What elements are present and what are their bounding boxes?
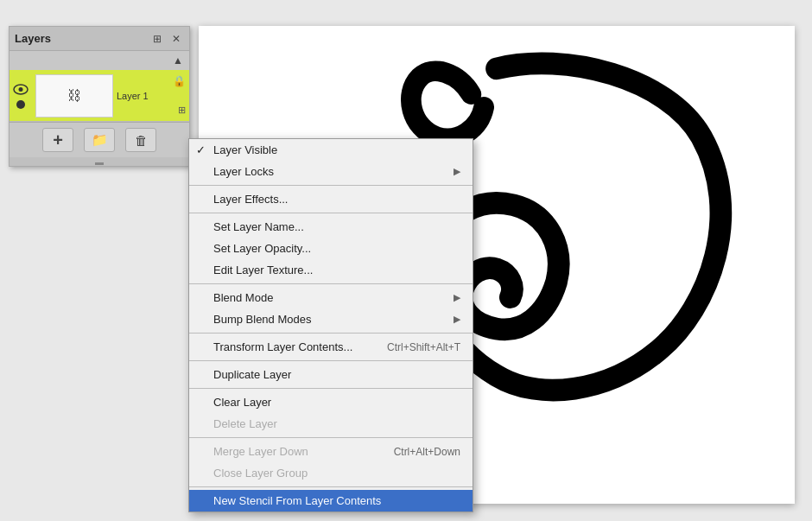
submenu-arrow-icon: ▶ (454, 166, 460, 177)
context-menu: ✓ Layer Visible Layer Locks ▶ Layer Effe… (188, 138, 473, 512)
menu-item-clear-layer[interactable]: Clear Layer (189, 391, 473, 413)
shortcut-text: Ctrl+Shift+Alt+T (387, 341, 460, 353)
menu-label: Layer Visible (213, 143, 460, 156)
layer-thumbnail: ⛓ (35, 74, 113, 118)
separator-4 (189, 333, 473, 334)
layers-toolbar: + 📁 🗑 (10, 122, 189, 157)
menu-item-bump-blend-modes[interactable]: Bump Blend Modes ▶ (189, 308, 473, 330)
menu-label: Set Layer Opacity... (213, 242, 460, 255)
menu-label: Transform Layer Contents... (213, 340, 370, 353)
layers-panel-header: Layers ⊞ ✕ (10, 27, 189, 51)
layers-resize-handle[interactable]: ▬ (10, 157, 189, 166)
menu-item-set-layer-name[interactable]: Set Layer Name... (189, 216, 473, 238)
layers-panel: Layers ⊞ ✕ ▲ ⛓ Layer 1 (9, 26, 190, 167)
checkmark-icon: ✓ (196, 143, 206, 156)
separator-3 (189, 283, 473, 284)
layer-info: Layer 1 (117, 91, 189, 101)
menu-label: Clear Layer (213, 396, 460, 409)
menu-item-set-layer-opacity[interactable]: Set Layer Opacity... (189, 238, 473, 259)
svg-point-1 (19, 87, 23, 92)
panel-document-button[interactable]: ⊞ (149, 31, 165, 47)
menu-label: New Stencil From Layer Contents (213, 494, 460, 507)
menu-item-layer-visible[interactable]: ✓ Layer Visible (189, 139, 473, 161)
menu-item-delete-layer[interactable]: Delete Layer (189, 413, 473, 435)
layer-name: Layer 1 (117, 91, 149, 101)
separator-5 (189, 360, 473, 361)
menu-item-new-stencil[interactable]: New Stencil From Layer Contents (189, 490, 473, 511)
submenu-arrow-icon: ▶ (454, 314, 460, 325)
shortcut-text: Ctrl+Alt+Down (394, 446, 460, 458)
layer-lock-icon: 🔒 (173, 75, 186, 87)
layer-dot (16, 100, 25, 109)
panel-close-button[interactable]: ✕ (168, 31, 184, 47)
menu-label: Duplicate Layer (213, 368, 460, 381)
delete-layer-button[interactable]: 🗑 (125, 128, 156, 152)
menu-label: Bump Blend Modes (213, 313, 450, 326)
menu-label: Edit Layer Texture... (213, 264, 460, 276)
separator-8 (189, 486, 473, 487)
layer-eye-icon[interactable] (12, 83, 29, 97)
separator-6 (189, 388, 473, 389)
menu-label: Layer Effects... (213, 193, 460, 206)
layers-panel-title: Layers (15, 32, 51, 45)
menu-item-duplicate-layer[interactable]: Duplicate Layer (189, 364, 473, 385)
menu-item-merge-layer-down[interactable]: Merge Layer Down Ctrl+Alt+Down (189, 441, 473, 462)
menu-item-transform-layer[interactable]: Transform Layer Contents... Ctrl+Shift+A… (189, 336, 473, 358)
add-layer-button[interactable]: + (42, 128, 73, 152)
menu-label: Close Layer Group (213, 467, 460, 480)
separator-1 (189, 185, 473, 186)
menu-item-layer-effects[interactable]: Layer Effects... (189, 188, 473, 210)
menu-label: Delete Layer (213, 417, 460, 430)
menu-item-close-layer-group[interactable]: Close Layer Group (189, 462, 473, 484)
menu-item-layer-locks[interactable]: Layer Locks ▶ (189, 161, 473, 182)
separator-7 (189, 437, 473, 438)
scroll-up-area: ▲ (10, 51, 189, 70)
folder-layer-button[interactable]: 📁 (84, 128, 115, 152)
menu-item-blend-mode[interactable]: Blend Mode ▶ (189, 287, 473, 308)
layer-ref-icon: ⊞ (178, 105, 186, 116)
layer-visibility-col (10, 70, 32, 121)
scroll-up-button[interactable]: ▲ (170, 53, 186, 68)
resize-handle-indicator: ▬ (95, 157, 104, 167)
menu-label: Blend Mode (213, 291, 450, 304)
menu-item-edit-layer-texture[interactable]: Edit Layer Texture... (189, 259, 473, 281)
separator-2 (189, 213, 473, 213)
menu-label: Merge Layer Down (213, 445, 377, 458)
panel-header-icons: ⊞ ✕ (149, 31, 184, 47)
menu-label: Layer Locks (213, 165, 450, 178)
menu-label: Set Layer Name... (213, 220, 460, 233)
submenu-arrow-icon: ▶ (454, 292, 460, 303)
layer-row[interactable]: ⛓ Layer 1 🔒 ⊞ (10, 70, 189, 122)
layer-chain-icon: ⛓ (67, 88, 81, 104)
